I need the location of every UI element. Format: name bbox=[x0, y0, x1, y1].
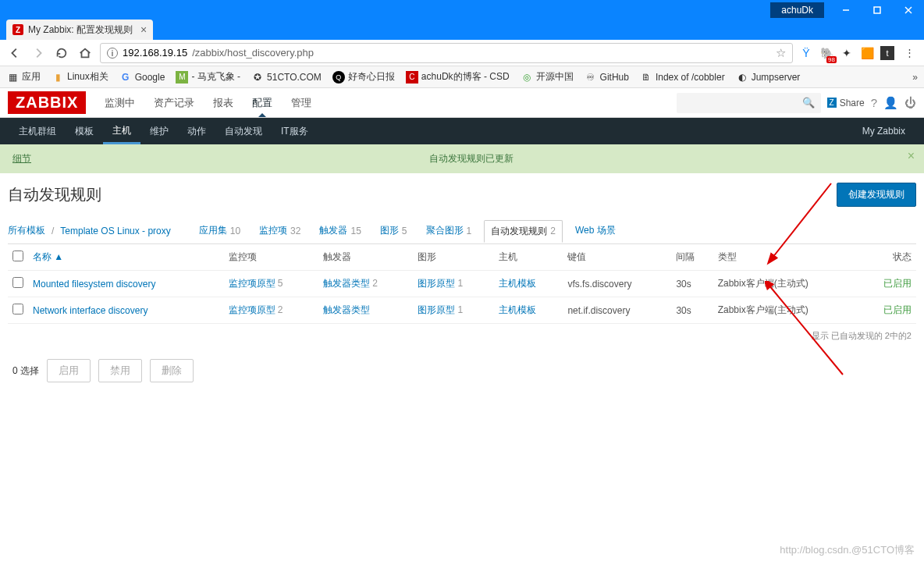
tab-web[interactable]: Web 场景 bbox=[569, 220, 622, 241]
cell-type: Zabbix客户端(主动式) bbox=[713, 297, 861, 324]
table-row: Mounted filesystem discovery监控项原型 5触发器类型… bbox=[8, 271, 916, 297]
help-icon[interactable]: ? bbox=[871, 96, 877, 109]
row-checkbox[interactable] bbox=[12, 277, 23, 288]
tab-screens[interactable]: 聚合图形 1 bbox=[420, 220, 478, 241]
host-prototypes-link[interactable]: 主机模板 bbox=[499, 278, 536, 289]
rule-name-link[interactable]: Mounted filesystem discovery bbox=[33, 279, 155, 290]
graph-prototypes-link[interactable]: 图形原型 bbox=[418, 278, 455, 289]
ext-icon-1[interactable]: Ÿ bbox=[799, 46, 813, 60]
trigger-prototypes-link[interactable]: 触发器类型 bbox=[323, 278, 370, 289]
create-rule-button[interactable]: 创建发现规则 bbox=[837, 183, 916, 207]
forward-button[interactable] bbox=[30, 44, 47, 62]
bookmark-item[interactable]: ✪51CTO.COM bbox=[251, 71, 322, 84]
page-title: 自动发现规则 bbox=[8, 184, 101, 205]
close-button[interactable] bbox=[893, 0, 924, 20]
subnav-hostgroups[interactable]: 主机群组 bbox=[9, 119, 66, 144]
alert-detail-link[interactable]: 细节 bbox=[12, 152, 31, 165]
back-button[interactable] bbox=[6, 44, 23, 62]
browser-menu-button[interactable]: ⋮ bbox=[901, 44, 918, 62]
item-prototypes-link[interactable]: 监控项原型 bbox=[229, 278, 275, 289]
window-titlebar: achuDk bbox=[0, 0, 924, 20]
tab-discovery-rules[interactable]: 自动发现规则 2 bbox=[484, 220, 563, 243]
subnav-itservices[interactable]: IT服务 bbox=[272, 119, 318, 144]
subnav-templates[interactable]: 模板 bbox=[66, 119, 103, 144]
bulk-actions: 0 选择 启用 禁用 删除 bbox=[8, 348, 916, 393]
col-hosts: 主机 bbox=[494, 244, 563, 271]
nav-reports[interactable]: 报表 bbox=[204, 90, 243, 116]
tab-graphs[interactable]: 图形 5 bbox=[374, 220, 414, 241]
bookmark-item[interactable]: Q好奇心日报 bbox=[332, 70, 395, 84]
ext-icon-5[interactable]: t bbox=[880, 46, 894, 60]
svg-rect-1 bbox=[874, 7, 880, 13]
minimize-button[interactable] bbox=[830, 0, 862, 20]
tab-triggers[interactable]: 触发器 15 bbox=[313, 220, 367, 241]
nav-configuration[interactable]: 配置 bbox=[243, 90, 282, 116]
bookmark-item[interactable]: ▮Linux相关 bbox=[52, 70, 108, 84]
bookmark-item[interactable]: GGoogle bbox=[119, 71, 165, 84]
status-link[interactable]: 已启用 bbox=[883, 278, 912, 289]
breadcrumb-all-templates[interactable]: 所有模板 bbox=[8, 224, 45, 237]
bookmark-overflow[interactable]: » bbox=[912, 72, 918, 83]
ext-icon-evernote[interactable]: 🐘 bbox=[819, 46, 833, 60]
logout-icon[interactable]: ⏻ bbox=[904, 96, 916, 109]
filter-tabs: 所有模板 / Template OS Linux - proxy 应用集 10 … bbox=[8, 218, 916, 244]
apps-button[interactable]: ▦应用 bbox=[6, 70, 41, 84]
disable-button[interactable]: 禁用 bbox=[98, 359, 142, 382]
maximize-button[interactable] bbox=[862, 0, 893, 20]
home-button[interactable] bbox=[76, 44, 94, 62]
select-all-checkbox[interactable] bbox=[12, 251, 23, 261]
bookmark-star-icon[interactable]: ☆ bbox=[776, 46, 786, 60]
site-info-icon[interactable]: i bbox=[107, 48, 118, 59]
nav-administration[interactable]: 管理 bbox=[282, 90, 321, 116]
zabbix-logo[interactable]: ZABBIX bbox=[8, 91, 86, 114]
cell-interval: 30s bbox=[671, 297, 713, 324]
item-prototypes-link[interactable]: 监控项原型 bbox=[229, 304, 275, 315]
tab-close-icon[interactable]: × bbox=[140, 23, 147, 36]
window-user: achuDk bbox=[770, 2, 824, 18]
share-button[interactable]: ZShare bbox=[827, 98, 865, 108]
url-input[interactable]: i 192.168.19.15/zabbix/host_discovery.ph… bbox=[100, 43, 793, 63]
ext-icon-4[interactable]: 🟧 bbox=[860, 46, 874, 60]
rule-name-link[interactable]: Network interface discovery bbox=[33, 305, 147, 316]
browser-tab[interactable]: Z My Zabbix: 配置发现规则 × bbox=[6, 20, 153, 40]
alert-close-icon[interactable]: × bbox=[908, 149, 915, 163]
subnav-discovery[interactable]: 自动发现 bbox=[215, 119, 272, 144]
ext-icon-3[interactable]: ✦ bbox=[840, 46, 854, 60]
subnav-hosts[interactable]: 主机 bbox=[103, 119, 140, 144]
col-name[interactable]: 名称 ▲ bbox=[33, 251, 63, 262]
tab-items[interactable]: 监控项 32 bbox=[253, 220, 307, 241]
tab-applications[interactable]: 应用集 10 bbox=[193, 220, 247, 241]
bookmark-item[interactable]: CachuDk的博客 - CSD bbox=[406, 70, 510, 84]
user-icon[interactable]: 👤 bbox=[883, 96, 898, 110]
search-input[interactable]: 🔍 bbox=[677, 93, 821, 113]
bookmark-item[interactable]: 🗎Index of /cobbler bbox=[640, 71, 725, 84]
col-interval: 间隔 bbox=[671, 244, 713, 271]
reload-button[interactable] bbox=[53, 44, 70, 62]
row-checkbox[interactable] bbox=[12, 304, 23, 314]
nav-monitoring[interactable]: 监测中 bbox=[95, 90, 144, 116]
host-prototypes-link[interactable]: 主机模板 bbox=[499, 304, 536, 315]
table-row: Network interface discovery监控项原型 2触发器类型 … bbox=[8, 297, 916, 324]
nav-inventory[interactable]: 资产记录 bbox=[144, 90, 204, 116]
trigger-prototypes-link[interactable]: 触发器类型 bbox=[323, 304, 370, 315]
subnav-maintenance[interactable]: 维护 bbox=[140, 119, 178, 144]
bookmark-item[interactable]: M- 马克飞象 - bbox=[176, 70, 240, 84]
breadcrumb-template[interactable]: Template OS Linux - proxy bbox=[60, 226, 170, 236]
bookmark-item[interactable]: ◐Jumpserver bbox=[736, 71, 801, 84]
bookmark-item[interactable]: ◎开源中国 bbox=[521, 70, 574, 84]
subnav-actions[interactable]: 动作 bbox=[178, 119, 215, 144]
col-graphs: 图形 bbox=[413, 244, 494, 271]
delete-button[interactable]: 删除 bbox=[150, 359, 194, 382]
graph-prototypes-link[interactable]: 图形原型 bbox=[418, 304, 455, 315]
status-link[interactable]: 已启用 bbox=[883, 304, 912, 315]
bookmark-bar: ▦应用 ▮Linux相关 GGoogle M- 马克飞象 - ✪51CTO.CO… bbox=[0, 66, 924, 88]
url-path: /zabbix/host_discovery.php bbox=[192, 47, 314, 59]
sub-menu: 主机群组 模板 主机 维护 动作 自动发现 IT服务 My Zabbix bbox=[0, 118, 924, 144]
enable-button[interactable]: 启用 bbox=[47, 359, 91, 382]
success-alert: 细节 自动发现规则已更新 × bbox=[0, 144, 924, 173]
subnav-myzabbix[interactable]: My Zabbix bbox=[853, 120, 915, 142]
bookmark-item[interactable]: ♾GitHub bbox=[585, 71, 629, 84]
header-right: 🔍 ZShare ? 👤 ⏻ bbox=[677, 93, 924, 113]
cell-key: vfs.fs.discovery bbox=[563, 271, 671, 297]
url-host: 192.168.19.15 bbox=[123, 47, 187, 59]
